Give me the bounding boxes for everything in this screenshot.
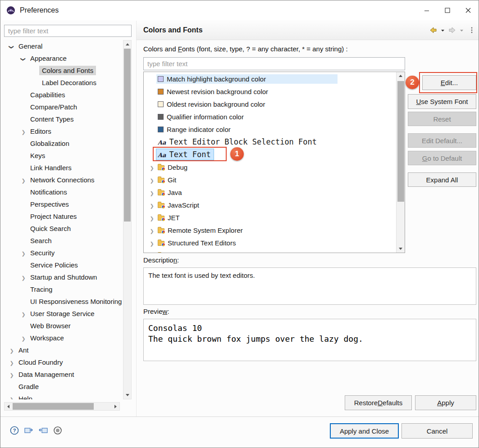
font-list-item[interactable]: Git xyxy=(144,173,396,186)
tree-item[interactable]: Perspectives xyxy=(4,198,123,210)
font-list-item[interactable]: JET xyxy=(144,211,396,224)
tree-item[interactable]: Label Decorations xyxy=(4,77,123,89)
tree-chevron-icon[interactable] xyxy=(8,395,16,399)
list-chevron-icon[interactable] xyxy=(147,214,156,222)
scrollbar-thumb[interactable] xyxy=(397,81,404,202)
maximize-button[interactable] xyxy=(437,0,458,20)
tree-item[interactable]: User Storage Service xyxy=(4,308,123,320)
font-list-item[interactable]: Text Font xyxy=(144,148,396,161)
tree-chevron-icon[interactable] xyxy=(19,249,27,257)
tree-item[interactable]: Security xyxy=(4,247,123,259)
tree-item[interactable]: Quick Search xyxy=(4,222,123,235)
apply-and-close-button[interactable]: Apply and Close xyxy=(330,423,399,439)
edit-button[interactable]: Edit... xyxy=(422,75,476,90)
tree-chevron-icon[interactable] xyxy=(19,334,27,342)
scroll-right-button[interactable] xyxy=(112,403,119,410)
tree-item[interactable]: Workspace xyxy=(4,332,123,344)
preference-recorder-icon[interactable] xyxy=(53,425,63,435)
tree-item[interactable]: Appearance xyxy=(4,52,123,64)
font-filter-input[interactable] xyxy=(143,57,405,70)
tree-item[interactable]: Network Connections xyxy=(4,174,123,186)
tree-item[interactable]: Data Management xyxy=(4,368,123,380)
import-icon[interactable] xyxy=(38,425,48,435)
back-icon[interactable] xyxy=(429,26,438,34)
tree-item[interactable]: Help xyxy=(4,393,123,399)
tree-chevron-icon[interactable] xyxy=(8,346,16,354)
tree-item[interactable]: Link Handlers xyxy=(4,162,123,174)
tree-chevron-icon[interactable] xyxy=(19,176,27,184)
tree-item[interactable]: Service Policies xyxy=(4,259,123,271)
font-list-item[interactable]: Oldest revision background color xyxy=(144,98,396,110)
cancel-button[interactable]: Cancel xyxy=(401,423,473,439)
scroll-down-button[interactable] xyxy=(123,391,131,399)
tree-item[interactable]: Compare/Patch xyxy=(4,101,123,113)
tree-chevron-icon[interactable] xyxy=(19,127,27,135)
font-list-scrollbar[interactable] xyxy=(396,72,405,253)
tree-item[interactable]: UI Responsiveness Monitoring xyxy=(4,295,123,308)
tree-item[interactable]: Capabilities xyxy=(4,89,123,101)
close-button[interactable] xyxy=(458,0,479,20)
tree-scrollbar-horizontal[interactable] xyxy=(4,402,120,411)
back-history-dropdown-icon[interactable] xyxy=(441,26,445,34)
tree-item[interactable]: Content Types xyxy=(4,113,123,125)
view-menu-icon[interactable] xyxy=(470,26,474,34)
scrollbar-thumb[interactable] xyxy=(13,403,94,410)
font-list-item[interactable]: JavaScript xyxy=(144,199,396,211)
list-chevron-icon[interactable] xyxy=(147,201,156,209)
list-chevron-icon[interactable] xyxy=(147,176,156,184)
tree-item[interactable]: Globalization xyxy=(4,137,123,149)
tree-item[interactable]: Gradle xyxy=(4,380,123,393)
expand-all-button[interactable]: Expand All xyxy=(408,172,476,187)
scroll-left-button[interactable] xyxy=(5,403,12,410)
tree-chevron-icon[interactable] xyxy=(19,273,27,281)
minimize-button[interactable] xyxy=(416,0,437,20)
font-list-item[interactable]: Structured Text Editors xyxy=(144,236,396,249)
tree-item[interactable]: Cloud Foundry xyxy=(4,356,123,368)
tree-chevron-icon[interactable] xyxy=(8,371,16,378)
tree-item[interactable]: Tracing xyxy=(4,283,123,295)
list-chevron-icon[interactable] xyxy=(147,252,156,253)
tree-chevron-icon[interactable] xyxy=(8,42,16,50)
tree-item[interactable]: Editors xyxy=(4,125,123,137)
tree-item[interactable]: Ant xyxy=(4,344,123,356)
list-chevron-icon[interactable] xyxy=(147,226,156,234)
tree-filter-input[interactable] xyxy=(4,25,132,37)
help-icon[interactable]: ? xyxy=(9,425,19,435)
tree-item[interactable]: General xyxy=(4,40,123,52)
tree-item[interactable]: Keys xyxy=(4,149,123,162)
export-icon[interactable] xyxy=(24,425,34,435)
scroll-down-button[interactable] xyxy=(397,245,405,253)
restore-defaults-button[interactable]: Restore Defaults xyxy=(345,395,412,410)
forward-history-dropdown-icon[interactable] xyxy=(460,26,464,34)
tree-item[interactable]: Search xyxy=(4,235,123,247)
list-chevron-icon[interactable] xyxy=(147,163,156,171)
scroll-up-button[interactable] xyxy=(123,41,131,48)
tree-scrollbar-vertical[interactable] xyxy=(123,40,132,399)
use-system-font-button[interactable]: Use System Font xyxy=(408,94,476,109)
tree-item[interactable]: Web Browser xyxy=(4,320,123,332)
apply-button[interactable]: Apply xyxy=(415,395,476,410)
tree-item[interactable]: Colors and Fonts xyxy=(4,64,123,77)
list-chevron-icon[interactable] xyxy=(147,189,156,196)
tree-chevron-icon[interactable] xyxy=(8,358,16,366)
tree-item[interactable]: Project Natures xyxy=(4,210,123,222)
font-list-item[interactable]: Newest revision background color xyxy=(144,85,396,98)
forward-icon[interactable] xyxy=(448,26,456,34)
scroll-up-button[interactable] xyxy=(397,72,405,80)
font-list-item[interactable]: Range indicator color xyxy=(144,123,396,136)
edit-default-button[interactable]: Edit Default... xyxy=(408,133,476,148)
font-list-item[interactable]: Remote System Explorer xyxy=(144,224,396,236)
scrollbar-thumb[interactable] xyxy=(124,49,131,222)
font-list-item[interactable]: Match highlight background color xyxy=(144,72,396,85)
tree-chevron-icon[interactable] xyxy=(19,310,27,317)
reset-button[interactable]: Reset xyxy=(408,112,476,126)
font-list-item[interactable]: Target file editor xyxy=(144,249,396,253)
font-list-item[interactable]: Java xyxy=(144,186,396,199)
go-to-default-button[interactable]: Go to Default xyxy=(408,151,476,165)
font-list-item[interactable]: Debug xyxy=(144,161,396,173)
list-chevron-icon[interactable] xyxy=(147,239,156,247)
tree-item[interactable]: Notifications xyxy=(4,186,123,198)
tree-chevron-icon[interactable] xyxy=(19,54,27,62)
font-list-item[interactable]: Qualifier information color xyxy=(144,110,396,123)
font-list-item[interactable]: Text Editor Block Selection Font xyxy=(144,136,396,148)
